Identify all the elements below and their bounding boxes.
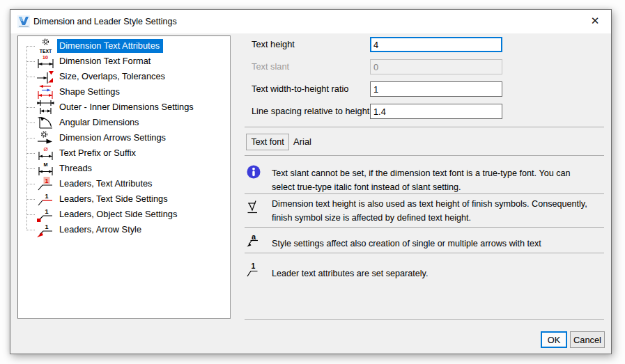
tree-item-dimension-arrows-settings[interactable]: Dimension Arrows Settings xyxy=(18,130,230,145)
tree-item-threads[interactable]: M Threads xyxy=(18,161,230,176)
svg-text:1: 1 xyxy=(252,262,256,270)
note-text-slant: Text slant cannot be set, if the dimensi… xyxy=(272,166,620,194)
tolerance-arrows-icon xyxy=(35,69,56,84)
leader-square-icon: 1 xyxy=(35,207,56,222)
shape-arrows-icon xyxy=(35,84,56,100)
selected-font-value: Arial xyxy=(293,134,311,150)
style-category-tree: TEXT Dimension Text Attributes 10 Dimens… xyxy=(17,35,231,319)
ok-button[interactable]: OK xyxy=(541,331,567,348)
tree-item-label: Shape Settings xyxy=(57,85,123,99)
svg-text:a: a xyxy=(252,232,256,241)
dimension-10-icon: 10 xyxy=(35,54,56,69)
tree-item-dimension-text-attributes[interactable]: TEXT Dimension Text Attributes xyxy=(18,38,230,54)
tree-item-label: Angular Dimensions xyxy=(57,116,143,129)
tree-item-dimension-text-format[interactable]: 10 Dimension Text Format xyxy=(18,54,230,69)
width-to-height-ratio-label: Text width-to-height ratio xyxy=(252,81,348,97)
varicad-logo-icon xyxy=(17,15,30,28)
tree-item-leaders-arrow-style[interactable]: 1 Leaders, Arrow Style xyxy=(18,222,230,237)
tree-item-size-overlaps-tolerances[interactable]: Size, Overlaps, Tolerances xyxy=(18,69,230,84)
svg-text:1: 1 xyxy=(45,208,48,215)
tree-item-leaders-object-side-settings[interactable]: 1 Leaders, Object Side Settings xyxy=(18,207,230,222)
note-leader-attributes: Leader text attributes are set separatel… xyxy=(272,267,620,280)
tree-item-label: Dimension Text Attributes xyxy=(57,39,163,53)
tree-item-label: Leaders, Object Side Settings xyxy=(57,207,180,221)
tree-item-label: Text Prefix or Suffix xyxy=(57,146,139,160)
tree-item-outer-inner-dimensions[interactable]: Outer - Inner Dimensions Settings xyxy=(18,100,230,115)
text-height-label: Text height xyxy=(252,37,295,52)
svg-text:1: 1 xyxy=(45,193,48,200)
svg-text:Ø: Ø xyxy=(43,146,47,152)
separator xyxy=(245,227,604,228)
leader-1-icon: 1 xyxy=(246,262,263,278)
separator xyxy=(245,155,604,156)
tree-item-label: Outer - Inner Dimensions Settings xyxy=(57,100,197,114)
tree-item-label: Leaders, Text Attributes xyxy=(57,177,156,191)
separator xyxy=(245,253,604,253)
outer-inner-dim-icon xyxy=(35,100,56,115)
angular-arc-icon xyxy=(35,115,56,130)
tree-item-angular-dimensions[interactable]: Angular Dimensions xyxy=(18,115,230,130)
tree-item-label: Dimension Arrows Settings xyxy=(57,131,169,145)
svg-text:TEXT: TEXT xyxy=(40,49,52,54)
gear-text-icon: TEXT xyxy=(35,38,56,54)
close-icon[interactable]: ✕ xyxy=(579,10,611,33)
svg-text:10: 10 xyxy=(43,55,48,60)
tree-item-label: Leaders, Text Side Settings xyxy=(57,192,171,206)
finish-symbol-icon xyxy=(246,199,263,216)
dimension-leader-style-dialog: Dimension and Leader Style Settings ✕ TE… xyxy=(10,9,612,354)
tree-item-leaders-text-attributes[interactable]: 1 Leaders, Text Attributes xyxy=(18,176,230,191)
separator xyxy=(245,127,604,127)
info-icon xyxy=(246,164,263,181)
dialog-title: Dimension and Leader Style Settings xyxy=(33,10,177,33)
leader-arrowhead-icon: 1 xyxy=(35,222,56,237)
cancel-button[interactable]: Cancel xyxy=(570,331,605,348)
svg-text:M: M xyxy=(44,161,48,168)
leader-underline-icon: 1 xyxy=(35,191,56,207)
text-slant-label: Text slant xyxy=(252,59,289,74)
tree-item-leaders-text-side-settings[interactable]: 1 Leaders, Text Side Settings xyxy=(18,191,230,207)
text-height-input[interactable] xyxy=(370,37,502,52)
separator xyxy=(245,319,604,320)
tree-item-label: Leaders, Arrow Style xyxy=(57,223,145,237)
svg-text:1: 1 xyxy=(45,177,48,184)
line-spacing-label: Line spacing relative to height xyxy=(252,104,369,119)
leader-red-1-icon: 1 xyxy=(35,176,56,191)
svg-text:1: 1 xyxy=(45,223,48,230)
note-finish-symbols: Dimension text height is also used as te… xyxy=(272,197,620,225)
arrow-with-text-icon: a xyxy=(246,232,263,248)
line-spacing-input[interactable] xyxy=(370,104,502,119)
tree-item-label: Dimension Text Format xyxy=(57,54,154,68)
tree-item-text-prefix-or-suffix[interactable]: Ø Text Prefix or Suffix xyxy=(18,145,230,161)
separator xyxy=(245,193,604,194)
text-font-button[interactable]: Text font xyxy=(246,134,289,150)
diameter-dim-icon: Ø xyxy=(35,145,56,161)
gear-arrow-icon xyxy=(35,130,56,145)
thread-m-dim-icon: M xyxy=(35,161,56,176)
title-bar: Dimension and Leader Style Settings ✕ xyxy=(10,10,611,33)
note-arrows-with-text: Style settings affect also creation of s… xyxy=(272,237,620,251)
text-slant-input xyxy=(370,59,502,74)
tree-item-label: Threads xyxy=(57,161,95,175)
tree-item-label: Size, Overlaps, Tolerances xyxy=(57,70,169,84)
tree-item-shape-settings[interactable]: Shape Settings xyxy=(18,84,230,100)
width-to-height-ratio-input[interactable] xyxy=(370,81,502,97)
